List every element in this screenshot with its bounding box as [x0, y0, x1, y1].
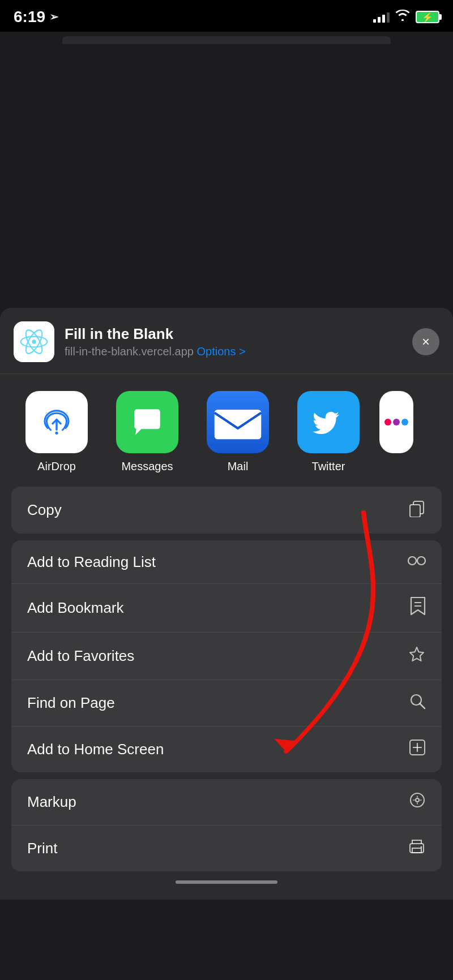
action-groups-container: Copy Add to Reading List [0, 487, 453, 871]
share-apps-row: AirDrop Messages [0, 374, 453, 487]
svg-point-27 [416, 798, 419, 802]
more-icon-bg [379, 391, 413, 453]
battery-icon: ⚡ [416, 11, 439, 23]
svg-point-14 [401, 419, 408, 425]
app-icon [14, 321, 54, 362]
find-on-page-icon [409, 693, 426, 713]
home-indicator [0, 871, 453, 888]
print-icon [408, 838, 426, 859]
mail-icon-bg [207, 391, 269, 453]
markup-label: Markup [27, 793, 76, 811]
copy-label: Copy [27, 501, 62, 519]
bookmark-icon [410, 596, 426, 620]
messages-label: Messages [121, 460, 173, 473]
reading-list-label: Add to Reading List [27, 553, 156, 571]
print-action[interactable]: Print [11, 826, 442, 871]
signal-icon [373, 11, 390, 23]
share-app-title: Fill in the Blank [65, 325, 402, 343]
svg-point-6 [55, 432, 58, 435]
favorites-icon [408, 645, 426, 667]
find-on-page-label: Find on Page [27, 694, 115, 712]
status-time: 6:19 ➢ [14, 8, 58, 26]
status-bar: 6:19 ➢ ⚡ [0, 0, 453, 32]
share-app-twitter[interactable]: Twitter [283, 391, 374, 473]
svg-point-4 [32, 339, 36, 343]
svg-rect-9 [215, 410, 262, 439]
share-app-airdrop[interactable]: AirDrop [11, 391, 102, 473]
close-button[interactable]: × [412, 328, 439, 355]
share-app-messages[interactable]: Messages [102, 391, 193, 473]
time-display: 6:19 [14, 8, 45, 26]
status-right: ⚡ [373, 10, 439, 24]
share-app-mail[interactable]: Mail [193, 391, 283, 473]
share-sheet: Fill in the Blank fill-in-the-blank.verc… [0, 308, 453, 900]
svg-line-22 [420, 704, 425, 709]
markup-icon [409, 792, 426, 813]
svg-point-17 [408, 557, 416, 565]
twitter-icon-bg [297, 391, 360, 453]
markup-action[interactable]: Markup [11, 779, 442, 826]
svg-rect-29 [412, 848, 421, 853]
svg-rect-16 [410, 505, 420, 517]
bookmark-action[interactable]: Add Bookmark [11, 584, 442, 633]
messages-icon-bg [116, 391, 178, 453]
action-group-main: Add to Reading List Add Bookmark [11, 540, 442, 772]
favorites-action[interactable]: Add to Favorites [11, 633, 442, 680]
location-icon: ➢ [50, 11, 58, 23]
action-group-tools: Markup Print [11, 779, 442, 871]
reading-list-action[interactable]: Add to Reading List [11, 540, 442, 584]
svg-point-13 [393, 419, 400, 425]
wifi-icon [395, 10, 410, 24]
svg-point-30 [421, 846, 422, 848]
mail-label: Mail [228, 460, 249, 473]
airdrop-label: AirDrop [37, 460, 76, 473]
svg-point-12 [384, 419, 391, 425]
favorites-label: Add to Favorites [27, 647, 134, 665]
find-on-page-action[interactable]: Find on Page [11, 680, 442, 727]
home-screen-label: Add to Home Screen [27, 741, 164, 758]
share-header: Fill in the Blank fill-in-the-blank.verc… [0, 308, 453, 374]
home-screen-action[interactable]: Add to Home Screen [11, 727, 442, 772]
share-title-group: Fill in the Blank fill-in-the-blank.verc… [65, 325, 402, 358]
copy-icon [408, 499, 426, 521]
print-label: Print [27, 840, 57, 857]
share-actions: Copy Add to Reading List [0, 487, 453, 871]
share-url: fill-in-the-blank.vercel.app Options > [65, 345, 402, 358]
browser-background [0, 36, 453, 308]
home-screen-icon [409, 739, 426, 760]
airdrop-icon-bg [25, 391, 88, 453]
reading-list-icon [408, 553, 426, 571]
bookmark-label: Add Bookmark [27, 599, 124, 617]
home-bar [176, 880, 277, 884]
options-link[interactable]: Options > [196, 345, 245, 358]
svg-point-18 [417, 557, 425, 565]
copy-action[interactable]: Copy [11, 487, 442, 534]
action-group-copy: Copy [11, 487, 442, 534]
share-app-more[interactable] [374, 391, 419, 473]
svg-point-26 [411, 793, 424, 807]
twitter-label: Twitter [312, 460, 345, 473]
